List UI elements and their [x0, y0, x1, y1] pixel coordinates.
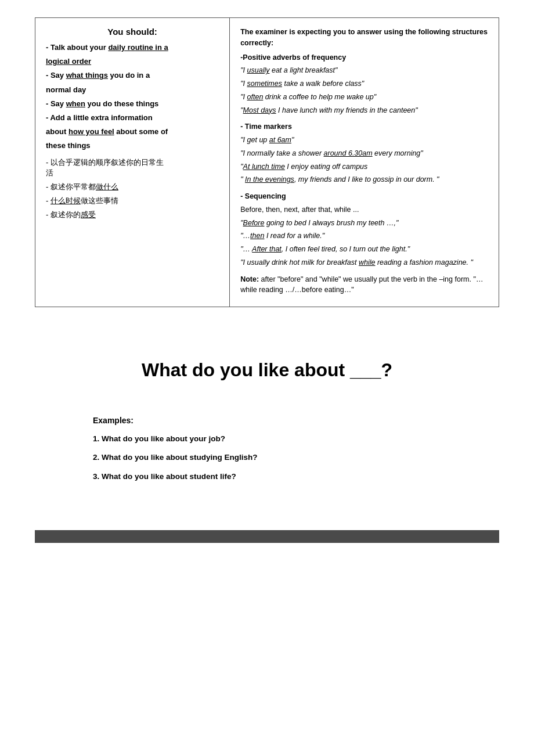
left-item-4b: about how you feel about some of [46, 127, 219, 137]
right-time-1: "I get up at 6am" [240, 135, 488, 146]
bottom-bar [35, 530, 499, 543]
right-column: The examiner is expecting you to answer … [230, 18, 499, 307]
examples-list: 1. What do you like about your job? 2. W… [93, 433, 464, 483]
right-seq-title: - Sequencing [240, 191, 488, 202]
right-seq-intro: Before, then, next, after that, while ..… [240, 204, 488, 215]
examples-title: Examples: [93, 416, 464, 425]
underline-how: how you feel [68, 127, 114, 136]
left-item-1b: logical order [46, 56, 219, 67]
underline-what: what things [66, 71, 108, 80]
top-box: You should: - Talk about your daily rout… [35, 17, 499, 307]
right-time-4: " In the evenings, my friends and I like… [240, 174, 488, 185]
left-item-2: - Say what things you do in a [46, 70, 219, 81]
example-item-2: 2. What do you like about studying Engli… [93, 452, 464, 463]
big-question-section: What do you like about ___? [35, 330, 499, 404]
chinese-item-3: - 什么时候做这些事情 [46, 196, 219, 206]
right-seq-2: "…then I read for a while." [240, 231, 488, 242]
right-seq-4: "I usually drink hot milk for breakfast … [240, 257, 488, 268]
chinese-item-4: - 叙述你的感受 [46, 210, 219, 220]
right-freq-2: "I sometimes take a walk before class" [240, 78, 488, 89]
right-intro: The examiner is expecting you to answer … [240, 27, 488, 49]
left-item-4c: these things [46, 141, 219, 151]
left-column: You should: - Talk about your daily rout… [35, 18, 230, 307]
examples-section: Examples: 1. What do you like about your… [35, 404, 499, 513]
left-item-3: - Say when you do these things [46, 99, 219, 109]
right-freq-1: "I usually eat a light breakfast" [240, 65, 488, 76]
right-time-2: "I normally take a shower around 6.30am … [240, 148, 488, 159]
chinese-item-1: - 以合乎逻辑的顺序叙述你的日常生活 [46, 157, 219, 178]
underline-when: when [66, 99, 85, 108]
page-wrapper: You should: - Talk about your daily rout… [0, 0, 534, 560]
left-heading: You should: [46, 27, 219, 37]
example-item-3: 3. What do you like about student life? [93, 471, 464, 483]
right-seq-3: "… After that, I often feel tired, so I … [240, 244, 488, 255]
right-seq-1: "Before going to bed I always brush my t… [240, 218, 488, 229]
right-freq-title: -Positive adverbs of frequency [240, 52, 488, 63]
left-item-2b: normal day [46, 85, 219, 95]
example-item-1: 1. What do you like about your job? [93, 433, 464, 445]
right-note: Note: after "before" and "while" we usua… [240, 274, 488, 296]
right-freq-4: "Most days I have lunch with my friends … [240, 105, 488, 116]
left-item-1: - Talk about your daily routine in a [46, 42, 219, 53]
big-question-text: What do you like about ___? [35, 359, 499, 381]
underline-daily: daily routine in a [108, 43, 168, 52]
right-freq-3: "I often drink a coffee to help me wake … [240, 92, 488, 103]
right-time-3: "At lunch time I enjoy eating off campus [240, 161, 488, 172]
left-item-4: - Add a little extra information [46, 113, 219, 123]
right-time-title: - Time markers [240, 121, 488, 132]
chinese-item-2: - 叙述你平常都做什么 [46, 182, 219, 192]
